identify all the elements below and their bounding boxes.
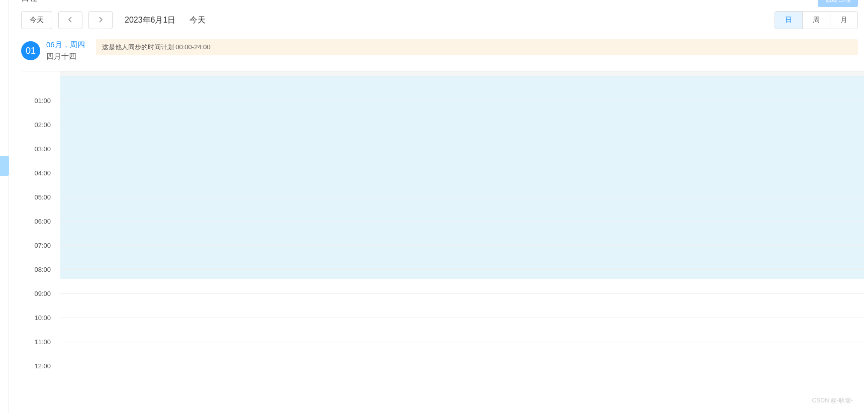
next-button[interactable]: [88, 11, 113, 29]
time-label: 08:00: [34, 266, 51, 273]
time-label: 04:00: [34, 169, 51, 177]
hour-line: [60, 293, 864, 294]
view-switcher: 日 周 月: [775, 11, 858, 29]
hour-line: [60, 318, 864, 318]
current-date: 2023年6月1日: [125, 15, 175, 26]
time-label: 01:00: [34, 97, 51, 105]
time-label: 03:00: [34, 145, 51, 153]
page-title: 日程: [21, 0, 37, 4]
hour-line: [60, 197, 864, 197]
today-button[interactable]: 今天: [21, 11, 52, 29]
time-label: 09:00: [34, 290, 51, 297]
view-week-button[interactable]: 周: [803, 12, 830, 29]
hour-line: [60, 149, 864, 149]
time-label: 07:00: [34, 242, 51, 249]
date-month-weekday: 06月，周四: [46, 39, 85, 51]
date-lunar: 四月十四: [46, 51, 85, 62]
time-label: 05:00: [34, 193, 51, 201]
hour-line: [60, 366, 864, 366]
hour-line: [60, 173, 864, 173]
time-labels-column: 01:0002:0003:0004:0005:0006:0007:0008:00…: [22, 76, 60, 378]
calendar-toolbar: 今天 2023年6月1日 今天 日 周 月: [18, 4, 868, 36]
chevron-left-icon: [68, 16, 73, 24]
today-label: 今天: [189, 15, 206, 26]
time-label: 12:00: [34, 362, 51, 370]
view-month-button[interactable]: 月: [830, 12, 857, 29]
chevron-right-icon: [98, 16, 103, 24]
time-label: 11:00: [34, 338, 51, 346]
view-day-button[interactable]: 日: [775, 12, 803, 29]
sidebar-placeholder: [0, 0, 9, 413]
day-header: 01 06月，周四 四月十四 这是他人同步的时间计划 00:00-24:00: [18, 36, 868, 68]
hour-line: [60, 342, 864, 342]
main-content: 日程 创建日程 今天 2023年6月1日 今天: [9, 0, 868, 413]
time-grid-body[interactable]: [60, 76, 864, 378]
time-grid-wrapper: 01:0002:0003:0004:0005:0006:0007:0008:00…: [22, 71, 864, 378]
prev-button[interactable]: [58, 11, 82, 29]
time-label: 10:00: [34, 314, 51, 322]
highlight-range: [60, 76, 864, 279]
hour-line: [60, 245, 864, 246]
hour-line: [60, 125, 864, 125]
sidebar-active-indicator: [0, 156, 9, 176]
hour-line: [60, 269, 864, 270]
time-label: 06:00: [34, 218, 51, 225]
grid-header-strip: [60, 71, 864, 76]
time-label: 02:00: [34, 121, 51, 129]
allday-event[interactable]: 这是他人同步的时间计划 00:00-24:00: [96, 39, 858, 55]
hour-line: [60, 100, 864, 101]
create-schedule-button[interactable]: 创建日程: [818, 0, 858, 7]
hour-line: [60, 221, 864, 222]
date-badge: 01: [21, 41, 40, 60]
